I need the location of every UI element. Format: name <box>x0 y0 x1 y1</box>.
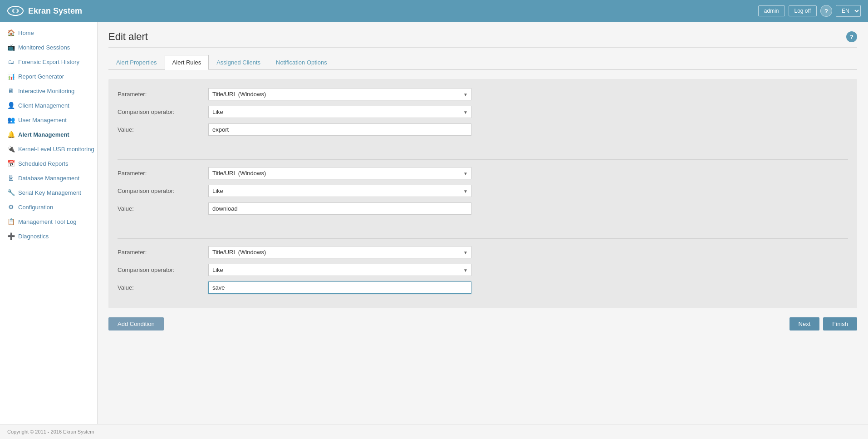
parameter-select-2[interactable]: Title/URL (Windows)Process NameTyped Tex… <box>208 167 471 179</box>
value-wrap-3 <box>208 281 471 294</box>
tab-alert-properties[interactable]: Alert Properties <box>108 55 165 70</box>
tabs-bar: Alert PropertiesAlert RulesAssigned Clie… <box>108 55 857 70</box>
next-button[interactable]: Next <box>790 317 820 330</box>
page-help-icon[interactable]: ? <box>846 31 857 42</box>
parameter-select-3[interactable]: Title/URL (Windows)Process NameTyped Tex… <box>208 246 471 258</box>
parameter-select-wrapper-2: Title/URL (Windows)Process NameTyped Tex… <box>208 167 471 179</box>
parameter-select-1[interactable]: Title/URL (Windows)Process NameTyped Tex… <box>208 88 471 100</box>
condition-separator-2 <box>118 238 848 239</box>
sidebar-item-diagnostics[interactable]: ➕ Diagnostics <box>0 229 97 243</box>
parameter-wrap-1: Title/URL (Windows)Process NameTyped Tex… <box>208 88 471 100</box>
sidebar-label-report-generator: Report Generator <box>18 73 64 80</box>
sidebar-item-management-tool-log[interactable]: 📋 Management Tool Log <box>0 214 97 229</box>
value-input-3[interactable] <box>208 281 471 294</box>
value-label-3: Value: <box>118 284 208 291</box>
sidebar-label-interactive-monitoring: Interactive Monitoring <box>18 88 74 94</box>
copyright-text: Copyright © 2011 - 2016 Ekran System <box>7 429 94 434</box>
sidebar-item-serial-key-management[interactable]: 🔧 Serial Key Management <box>0 185 97 200</box>
help-icon-header[interactable]: ? <box>820 5 832 17</box>
page-title: Edit alert <box>108 31 148 43</box>
tab-assigned-clients[interactable]: Assigned Clients <box>209 55 268 70</box>
add-condition-button[interactable]: Add Condition <box>108 317 164 330</box>
operator-select-wrapper-1: LikeEqualNot EqualContains <box>208 106 471 118</box>
language-selector[interactable]: EN <box>836 5 861 17</box>
sidebar-label-scheduled-reports: Scheduled Reports <box>18 160 69 167</box>
sidebar-item-monitored-sessions[interactable]: 📺 Monitored Sessions <box>0 40 97 54</box>
operator-label-3: Comparison operator: <box>118 266 208 273</box>
sidebar: 🏠 Home 📺 Monitored Sessions 🗂 Forensic E… <box>0 22 98 439</box>
database-management-icon: 🗄 <box>7 174 15 182</box>
value-row-1: Value: <box>118 123 848 136</box>
logo: Ekran System <box>7 6 82 16</box>
operator-wrap-1: LikeEqualNot EqualContains <box>208 106 471 118</box>
operator-row-3: Comparison operator: LikeEqualNot EqualC… <box>118 264 848 276</box>
sidebar-item-home[interactable]: 🏠 Home <box>0 25 97 40</box>
operator-wrap-3: LikeEqualNot EqualContains <box>208 264 471 276</box>
operator-select-1[interactable]: LikeEqualNot EqualContains <box>208 106 471 118</box>
value-row-3: Value: <box>118 281 848 294</box>
sidebar-label-forensic-export-history: Forensic Export History <box>18 59 79 65</box>
monitored-sessions-icon: 📺 <box>7 44 15 51</box>
layout: 🏠 Home 📺 Monitored Sessions 🗂 Forensic E… <box>0 22 868 439</box>
operator-select-2[interactable]: LikeEqualNot EqualContains <box>208 185 471 197</box>
logo-text: Ekran System <box>28 6 82 16</box>
sidebar-item-report-generator[interactable]: 📊 Report Generator <box>0 69 97 84</box>
admin-button[interactable]: admin <box>758 5 785 16</box>
footer: Copyright © 2011 - 2016 Ekran System <box>0 424 868 439</box>
logoff-button[interactable]: Log off <box>789 5 817 16</box>
serial-key-management-icon: 🔧 <box>7 189 15 196</box>
management-tool-log-icon: 📋 <box>7 218 15 225</box>
operator-select-wrapper-3: LikeEqualNot EqualContains <box>208 264 471 276</box>
kernel-level-usb-icon: 🔌 <box>7 145 15 153</box>
sidebar-item-interactive-monitoring[interactable]: 🖥 Interactive Monitoring <box>0 84 97 98</box>
sidebar-label-diagnostics: Diagnostics <box>18 233 49 240</box>
client-management-icon: 👤 <box>7 102 15 109</box>
condition-separator-1 <box>118 159 848 160</box>
diagnostics-icon: ➕ <box>7 232 15 240</box>
value-label-2: Value: <box>118 205 208 212</box>
sidebar-item-configuration[interactable]: ⚙ Configuration <box>0 200 97 214</box>
sidebar-label-user-management: User Management <box>18 117 67 123</box>
operator-wrap-2: LikeEqualNot EqualContains <box>208 185 471 197</box>
value-input-1[interactable] <box>208 123 471 136</box>
user-management-icon: 👥 <box>7 116 15 123</box>
sidebar-item-kernel-level-usb[interactable]: 🔌 Kernel-Level USB monitoring <box>0 142 97 156</box>
sidebar-label-client-management: Client Management <box>18 102 69 109</box>
value-wrap-1 <box>208 123 471 136</box>
svg-point-2 <box>14 9 17 13</box>
sidebar-item-client-management[interactable]: 👤 Client Management <box>0 98 97 113</box>
sidebar-item-alert-management[interactable]: 🔔 Alert Management <box>0 127 97 142</box>
finish-button[interactable]: Finish <box>823 317 857 330</box>
header-right: admin Log off ? EN <box>758 5 861 17</box>
main-content: Edit alert ? Alert PropertiesAlert Rules… <box>98 22 868 439</box>
sidebar-item-forensic-export-history[interactable]: 🗂 Forensic Export History <box>0 54 97 69</box>
parameter-wrap-3: Title/URL (Windows)Process NameTyped Tex… <box>208 246 471 258</box>
scheduled-reports-icon: 📅 <box>7 160 15 167</box>
value-label-1: Value: <box>118 126 208 133</box>
sidebar-label-serial-key-management: Serial Key Management <box>18 189 81 196</box>
value-input-2[interactable] <box>208 202 471 215</box>
header: Ekran System admin Log off ? EN <box>0 0 868 22</box>
value-row-2: Value: <box>118 202 848 215</box>
forensic-export-history-icon: 🗂 <box>7 58 15 65</box>
parameter-label-1: Parameter: <box>118 91 208 98</box>
operator-select-3[interactable]: LikeEqualNot EqualContains <box>208 264 471 276</box>
form-area: Parameter: Title/URL (Windows)Process Na… <box>108 79 857 308</box>
sidebar-item-user-management[interactable]: 👥 User Management <box>0 113 97 127</box>
tab-alert-rules[interactable]: Alert Rules <box>165 55 209 70</box>
condition-block-1: Parameter: Title/URL (Windows)Process Na… <box>118 88 848 150</box>
condition-block-2: Parameter: Title/URL (Windows)Process Na… <box>118 167 848 229</box>
condition-block-3: Parameter: Title/URL (Windows)Process Na… <box>118 246 848 294</box>
tab-notification-options[interactable]: Notification Options <box>268 55 335 70</box>
parameter-label-2: Parameter: <box>118 170 208 177</box>
configuration-icon: ⚙ <box>7 203 15 211</box>
value-wrap-2 <box>208 202 471 215</box>
parameter-row-3: Parameter: Title/URL (Windows)Process Na… <box>118 246 848 258</box>
parameter-label-3: Parameter: <box>118 249 208 256</box>
parameter-wrap-2: Title/URL (Windows)Process NameTyped Tex… <box>208 167 471 179</box>
sidebar-label-alert-management: Alert Management <box>18 131 69 138</box>
sidebar-item-scheduled-reports[interactable]: 📅 Scheduled Reports <box>0 156 97 171</box>
operator-row-2: Comparison operator: LikeEqualNot EqualC… <box>118 185 848 197</box>
sidebar-item-database-management[interactable]: 🗄 Database Management <box>0 171 97 185</box>
page-header: Edit alert ? <box>108 31 857 48</box>
